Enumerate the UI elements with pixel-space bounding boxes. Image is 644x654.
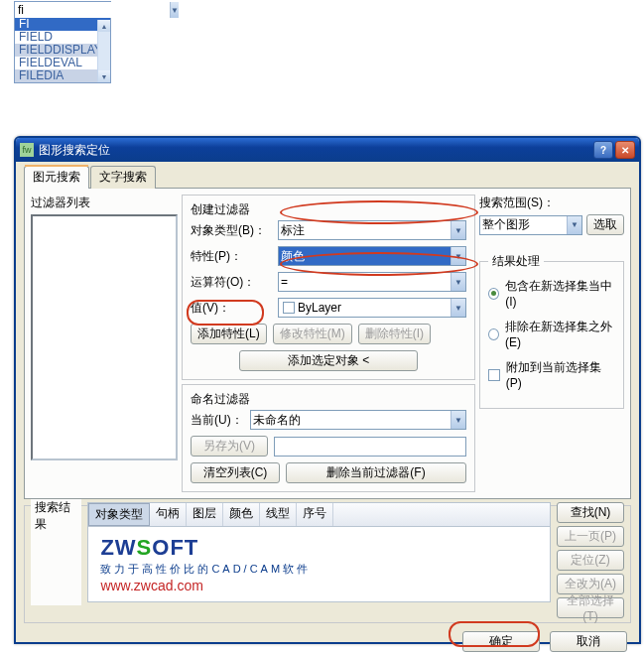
chevron-down-icon: ▼ bbox=[451, 247, 465, 265]
chevron-down-icon[interactable]: ▼ bbox=[170, 2, 179, 18]
property-select[interactable]: 颜色 ▼ bbox=[278, 246, 466, 266]
autocomplete-item[interactable]: FILEDIA bbox=[15, 69, 110, 82]
search-range-value: 整个图形 bbox=[482, 216, 530, 233]
exclude-radio-row[interactable]: 排除在新选择集之外(E) bbox=[488, 319, 615, 349]
include-radio-row[interactable]: 包含在新选择集当中(I) bbox=[488, 278, 615, 309]
prev-page-button[interactable]: 上一页(P) bbox=[557, 526, 624, 547]
operator-value: = bbox=[281, 275, 288, 289]
logo: ZWSOFT bbox=[100, 535, 538, 561]
current-filter-label: 当前(U)： bbox=[191, 412, 250, 429]
pick-button[interactable]: 选取 bbox=[586, 214, 624, 235]
search-range-label: 搜索范围(S)： bbox=[479, 195, 624, 211]
tab-panel: 过滤器列表 创建过滤器 对象类型(B)： 标注 ▼ bbox=[24, 188, 631, 499]
scrollbar[interactable]: ▲ ▼ bbox=[97, 20, 110, 82]
command-input[interactable] bbox=[15, 2, 170, 18]
command-autocomplete[interactable]: ▼ FI FIELD FIELDDISPLAY FIELDEVAL FILEDI… bbox=[14, 1, 111, 83]
chevron-down-icon[interactable]: ▼ bbox=[98, 70, 110, 82]
results-legend: 搜索结果 bbox=[31, 499, 81, 605]
titlebar[interactable]: fw 图形搜索定位 ? ✕ bbox=[16, 138, 639, 162]
value-label: 值(V)： bbox=[191, 300, 278, 317]
col-handle[interactable]: 句柄 bbox=[150, 503, 187, 526]
add-property-button[interactable]: 添加特性(L) bbox=[191, 324, 267, 344]
chevron-up-icon[interactable]: ▲ bbox=[98, 20, 110, 32]
add-selected-objects-button[interactable]: 添加选定对象 < bbox=[239, 350, 418, 371]
dialog-title: 图形搜索定位 bbox=[39, 142, 593, 159]
current-filter-value: 未命名的 bbox=[253, 412, 301, 429]
create-filter-group: 创建过滤器 对象类型(B)： 标注 ▼ 特性(P)： 颜色 ▼ bbox=[182, 195, 475, 380]
locate-button[interactable]: 定位(Z) bbox=[557, 550, 624, 571]
result-handling-group: 结果处理 包含在新选择集当中(I) 排除在新选择集之外(E) 附加到当前选择集(… bbox=[479, 253, 624, 409]
chevron-down-icon: ▼ bbox=[451, 411, 465, 429]
tab-element-search[interactable]: 图元搜索 bbox=[24, 166, 89, 189]
filter-listbox[interactable] bbox=[31, 214, 178, 460]
chevron-down-icon: ▼ bbox=[451, 299, 465, 317]
chevron-down-icon: ▼ bbox=[451, 273, 465, 291]
autocomplete-list: FI FIELD FIELDDISPLAY FIELDEVAL FILEDIA bbox=[15, 18, 110, 82]
results-body: ZWSOFT 致力于高性价比的CAD/CAM软件 www.zwcad.com bbox=[87, 527, 551, 602]
col-linetype[interactable]: 线型 bbox=[260, 503, 297, 526]
cancel-button[interactable]: 取消 bbox=[550, 631, 627, 652]
results-group: 搜索结果 对象类型 句柄 图层 颜色 线型 序号 ZWSOFT 致力于高性价比的… bbox=[24, 505, 631, 623]
object-type-label: 对象类型(B)： bbox=[191, 222, 278, 239]
checkbox-icon bbox=[488, 369, 500, 381]
radio-icon bbox=[488, 328, 499, 340]
close-button[interactable]: ✕ bbox=[615, 141, 635, 159]
delete-property-button[interactable]: 删除特性(I) bbox=[358, 324, 431, 344]
append-label: 附加到当前选择集(P) bbox=[506, 359, 615, 390]
include-label: 包含在新选择集当中(I) bbox=[505, 278, 615, 309]
select-all-button[interactable]: 全部选择(T) bbox=[557, 597, 624, 618]
search-dialog: fw 图形搜索定位 ? ✕ 图元搜索 文字搜索 过滤器列表 创建过滤器 bbox=[14, 136, 641, 644]
property-label: 特性(P)： bbox=[191, 248, 278, 265]
search-range-select[interactable]: 整个图形 ▼ bbox=[479, 215, 582, 235]
save-as-input[interactable] bbox=[274, 437, 466, 457]
tabs: 图元搜索 文字搜索 bbox=[24, 166, 631, 189]
ok-button[interactable]: 确定 bbox=[462, 631, 540, 652]
result-handling-legend: 结果处理 bbox=[488, 253, 544, 270]
exclude-label: 排除在新选择集之外(E) bbox=[505, 319, 615, 349]
named-filter-group: 命名过滤器 当前(U)： 未命名的 ▼ 另存为(V) 清空列表 bbox=[182, 384, 475, 492]
delete-current-filter-button[interactable]: 删除当前过滤器(F) bbox=[286, 462, 466, 483]
radio-icon bbox=[488, 288, 499, 300]
property-value: 颜色 bbox=[281, 248, 305, 265]
col-layer[interactable]: 图层 bbox=[187, 503, 223, 526]
value-text: ByLayer bbox=[298, 301, 341, 315]
operator-label: 运算符(O)： bbox=[191, 274, 278, 291]
current-filter-select[interactable]: 未命名的 ▼ bbox=[250, 410, 466, 430]
tagline: 致力于高性价比的CAD/CAM软件 bbox=[100, 562, 538, 577]
find-button[interactable]: 查找(N) bbox=[557, 502, 624, 523]
url: www.zwcad.com bbox=[100, 578, 538, 593]
col-index[interactable]: 序号 bbox=[297, 503, 333, 526]
app-icon: fw bbox=[20, 143, 34, 157]
replace-all-button[interactable]: 全改为(A) bbox=[557, 574, 624, 594]
col-object-type[interactable]: 对象类型 bbox=[88, 503, 150, 526]
value-checkbox[interactable] bbox=[283, 302, 295, 314]
operator-select[interactable]: = ▼ bbox=[278, 272, 466, 292]
chevron-down-icon: ▼ bbox=[451, 221, 465, 239]
results-header: 对象类型 句柄 图层 颜色 线型 序号 bbox=[87, 502, 551, 527]
create-filter-heading: 创建过滤器 bbox=[191, 201, 250, 218]
chevron-down-icon: ▼ bbox=[567, 216, 581, 234]
named-filter-heading: 命名过滤器 bbox=[191, 391, 250, 408]
filter-list-label: 过滤器列表 bbox=[31, 195, 178, 211]
object-type-value: 标注 bbox=[281, 222, 305, 239]
help-button[interactable]: ? bbox=[593, 141, 613, 159]
object-type-select[interactable]: 标注 ▼ bbox=[278, 220, 466, 240]
col-color[interactable]: 颜色 bbox=[223, 503, 260, 526]
tab-text-search[interactable]: 文字搜索 bbox=[90, 166, 156, 189]
value-select[interactable]: ByLayer ▼ bbox=[278, 298, 466, 318]
edit-property-button[interactable]: 修改特性(M) bbox=[273, 324, 352, 344]
save-as-button[interactable]: 另存为(V) bbox=[191, 436, 268, 457]
clear-list-button[interactable]: 清空列表(C) bbox=[191, 462, 280, 483]
append-check-row[interactable]: 附加到当前选择集(P) bbox=[488, 359, 615, 390]
